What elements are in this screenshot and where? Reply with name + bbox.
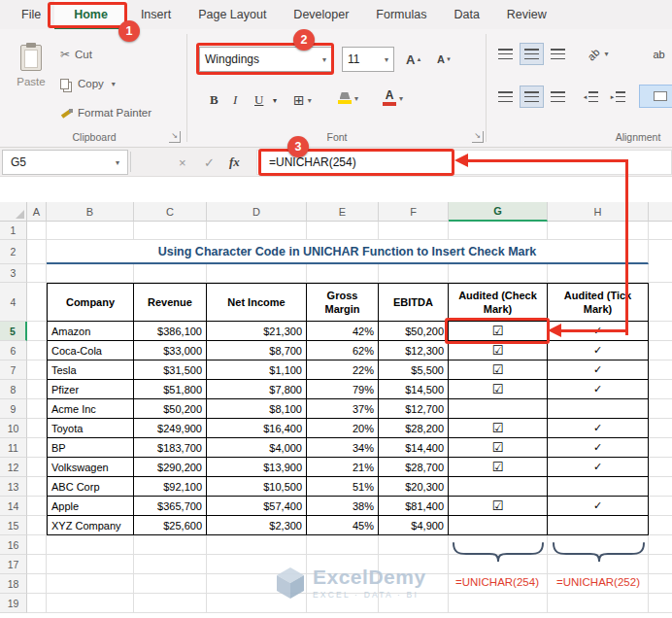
- cell-d13[interactable]: $10,500: [207, 477, 307, 497]
- align-left-button[interactable]: [493, 86, 518, 108]
- cell-h16[interactable]: [548, 535, 649, 555]
- cell-h12[interactable]: ✓: [548, 458, 649, 477]
- cell-f8[interactable]: $14,500: [379, 380, 449, 399]
- paste-button[interactable]: Paste: [8, 37, 54, 122]
- cell-c17[interactable]: [134, 555, 207, 574]
- cell-e16[interactable]: [307, 535, 379, 555]
- cell-b14[interactable]: Apple: [47, 497, 134, 516]
- tab-developer[interactable]: Developer: [280, 0, 362, 29]
- cell-e10[interactable]: 20%: [307, 419, 379, 438]
- cell-d15[interactable]: $2,300: [207, 516, 307, 535]
- cell-partial-7[interactable]: [649, 360, 672, 380]
- cell-e11[interactable]: 34%: [307, 438, 379, 458]
- cell-e14[interactable]: 38%: [307, 497, 379, 516]
- cell-g10[interactable]: ☑: [449, 419, 548, 438]
- column-header-d[interactable]: D: [207, 202, 307, 222]
- cell-a1[interactable]: [27, 222, 47, 240]
- row-header-8[interactable]: 8: [0, 380, 27, 399]
- column-header-e[interactable]: E: [307, 202, 379, 222]
- column-header-c[interactable]: C: [134, 202, 207, 222]
- cell-c6[interactable]: $33,000: [134, 341, 207, 360]
- table-header-h4[interactable]: Audited (Tick Mark): [548, 283, 649, 322]
- cell-g18[interactable]: [449, 574, 548, 594]
- cell-c7[interactable]: $31,500: [134, 360, 207, 380]
- cell-g17[interactable]: [449, 555, 548, 574]
- decrease-font-size-button[interactable]: A ▼: [437, 47, 452, 72]
- font-size-dropdown-icon[interactable]: ▾: [385, 55, 388, 64]
- insert-function-icon[interactable]: fx: [229, 150, 240, 175]
- tab-insert[interactable]: Insert: [127, 0, 185, 29]
- cell-b17[interactable]: [47, 555, 134, 574]
- cell-b13[interactable]: ABC Corp: [47, 477, 134, 497]
- cell-partial-3[interactable]: [649, 264, 672, 283]
- decrease-indent-button[interactable]: ◂: [579, 86, 603, 108]
- cell-d7[interactable]: $1,100: [207, 360, 307, 380]
- row-header-4[interactable]: 4: [0, 283, 27, 322]
- cell-e3[interactable]: [307, 264, 379, 283]
- increase-indent-button[interactable]: ▸: [606, 86, 630, 108]
- cell-f11[interactable]: $14,400: [379, 438, 449, 458]
- cell-a7[interactable]: [27, 360, 47, 380]
- increase-font-size-button[interactable]: A ▲: [406, 47, 421, 72]
- cell-b5[interactable]: Amazon: [47, 322, 134, 341]
- cell-f3[interactable]: [379, 264, 449, 283]
- column-header-b[interactable]: B: [47, 202, 134, 222]
- cell-h15[interactable]: [548, 516, 649, 535]
- cell-a12[interactable]: [27, 458, 47, 477]
- tab-file[interactable]: File: [8, 0, 54, 29]
- cell-partial-5[interactable]: [649, 322, 672, 341]
- cell-c3[interactable]: [134, 264, 207, 283]
- cell-h17[interactable]: [548, 555, 649, 574]
- cell-e6[interactable]: 62%: [307, 341, 379, 360]
- cell-a9[interactable]: [27, 399, 47, 419]
- cell-f7[interactable]: $5,500: [379, 360, 449, 380]
- cell-c9[interactable]: $50,200: [134, 399, 207, 419]
- cell-a5[interactable]: [27, 322, 47, 341]
- cell-e13[interactable]: 51%: [307, 477, 379, 497]
- cell-b10[interactable]: Toyota: [47, 419, 134, 438]
- cell-g11[interactable]: ☑: [449, 438, 548, 458]
- cell-d12[interactable]: $13,900: [207, 458, 307, 477]
- row-header-5[interactable]: 5: [0, 322, 27, 341]
- column-header-g[interactable]: G: [449, 202, 548, 222]
- cell-partial-1[interactable]: [649, 222, 672, 240]
- name-box-dropdown-icon[interactable]: ▾: [116, 158, 119, 167]
- table-header-e4[interactable]: Gross Margin: [307, 283, 379, 322]
- cell-h1[interactable]: [548, 222, 649, 240]
- cell-c16[interactable]: [134, 535, 207, 555]
- cell-b8[interactable]: Pfizer: [47, 380, 134, 399]
- cell-a13[interactable]: [27, 477, 47, 497]
- table-header-d4[interactable]: Net Income: [207, 283, 307, 322]
- tab-formulas[interactable]: Formulas: [362, 0, 440, 29]
- cut-button[interactable]: ✂ Cut: [58, 43, 94, 66]
- cell-g15[interactable]: [449, 516, 548, 535]
- cell-c18[interactable]: [134, 574, 207, 594]
- clipboard-dialog-launcher-icon[interactable]: ↘: [169, 131, 181, 143]
- cell-d9[interactable]: $8,100: [207, 399, 307, 419]
- cell-f6[interactable]: $12,300: [379, 341, 449, 360]
- cell-g12[interactable]: ☑: [449, 458, 548, 477]
- cell-g16[interactable]: [449, 535, 548, 555]
- row-header-13[interactable]: 13: [0, 477, 27, 497]
- cell-e15[interactable]: 45%: [307, 516, 379, 535]
- cell-g14[interactable]: ☑: [449, 497, 548, 516]
- cell-b16[interactable]: [47, 535, 134, 555]
- cell-a14[interactable]: [27, 497, 47, 516]
- cell-h9[interactable]: [548, 399, 649, 419]
- cell-g13[interactable]: [449, 477, 548, 497]
- table-header-g4[interactable]: Audited (Check Mark): [449, 283, 548, 322]
- cell-a11[interactable]: [27, 438, 47, 458]
- cell-b15[interactable]: XYZ Company: [47, 516, 134, 535]
- enter-icon[interactable]: ✓: [204, 150, 215, 175]
- row-header-14[interactable]: 14: [0, 497, 27, 516]
- cell-d14[interactable]: $57,400: [207, 497, 307, 516]
- font-size-combo[interactable]: 11 ▾: [342, 47, 394, 72]
- table-header-b4[interactable]: Company: [47, 283, 134, 322]
- formula-input[interactable]: =UNICHAR(254): [256, 150, 672, 175]
- cell-c14[interactable]: $365,700: [134, 497, 207, 516]
- cell-g8[interactable]: ☑: [449, 380, 548, 399]
- row-header-15[interactable]: 15: [0, 516, 27, 535]
- row-header-16[interactable]: 16: [0, 535, 27, 555]
- cell-partial-4[interactable]: [649, 283, 672, 322]
- cell-c10[interactable]: $249,900: [134, 419, 207, 438]
